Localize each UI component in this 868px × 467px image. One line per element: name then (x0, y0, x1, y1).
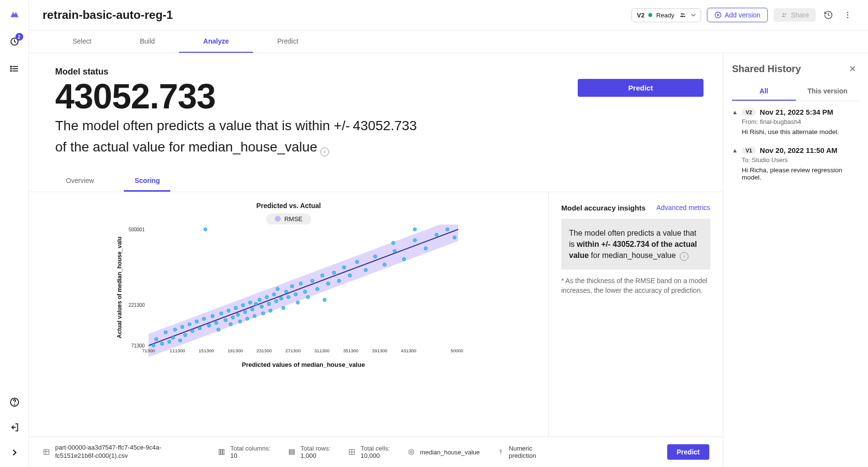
history-tab-this-version[interactable]: This version (796, 82, 860, 101)
predict-button[interactable]: Predict (578, 79, 703, 97)
svg-point-8 (14, 404, 15, 405)
version-label: V2 (637, 12, 644, 19)
history-title: Shared History (732, 63, 801, 75)
svg-marker-20 (149, 225, 458, 357)
logout-icon[interactable] (9, 422, 20, 433)
svg-point-96 (446, 227, 449, 231)
chart-legend[interactable]: RMSE (266, 213, 312, 225)
history-panel: Shared History All This version ▲ V2 Nov… (723, 53, 868, 467)
kebab-menu-icon[interactable] (841, 8, 854, 22)
svg-point-15 (782, 13, 784, 15)
svg-point-95 (434, 233, 438, 236)
svg-point-26 (167, 340, 171, 343)
svg-rect-120 (289, 450, 295, 451)
svg-point-11 (683, 14, 685, 15)
svg-point-65 (276, 287, 279, 290)
svg-text:Actual values of median_house_: Actual values of median_house_valu (116, 237, 123, 338)
history-tabs: All This version (732, 82, 859, 101)
svg-point-69 (286, 295, 290, 299)
target-icon (407, 448, 415, 456)
svg-point-72 (296, 301, 299, 304)
history-toggle-icon[interactable] (822, 8, 835, 22)
svg-text:71300: 71300 (142, 348, 154, 353)
chevron-up-icon[interactable]: ▲ (732, 108, 738, 136)
svg-text:221300: 221300 (128, 302, 145, 308)
svg-point-91 (402, 257, 405, 261)
close-history-icon[interactable] (846, 62, 859, 75)
version-chip[interactable]: V2 Ready (631, 8, 701, 22)
svg-point-50 (241, 303, 244, 307)
svg-text:111300: 111300 (169, 348, 185, 353)
svg-point-73 (299, 282, 302, 285)
rows-icon (288, 448, 296, 456)
svg-point-33 (191, 329, 194, 332)
share-button: Share (774, 8, 816, 22)
help-icon[interactable] (9, 396, 20, 408)
subtab-scoring[interactable]: Scoring (124, 172, 170, 192)
subtab-overview[interactable]: Overview (55, 172, 105, 192)
left-nav-rail: 2 (0, 0, 29, 467)
legend-color-icon (275, 216, 281, 222)
svg-rect-121 (289, 452, 295, 453)
svg-point-68 (284, 290, 288, 293)
tab-select[interactable]: Select (48, 30, 116, 53)
svg-point-38 (207, 324, 210, 327)
svg-point-40 (214, 321, 218, 324)
history-tab-all[interactable]: All (732, 82, 796, 101)
svg-point-49 (238, 319, 241, 323)
page-header: retrain-basic-auto-reg-1 V2 Ready Add ve… (29, 0, 868, 30)
info-icon[interactable]: i (680, 252, 688, 261)
expand-icon[interactable] (9, 447, 20, 458)
history-version-pill: V1 (742, 147, 756, 154)
svg-point-90 (393, 249, 396, 253)
svg-point-5 (10, 68, 11, 69)
info-icon[interactable]: i (320, 148, 329, 156)
list-icon[interactable] (9, 63, 20, 75)
svg-point-52 (245, 317, 249, 320)
chart-panel: Predicted vs. Actual RMSE 71300221300500… (29, 192, 549, 437)
svg-point-81 (332, 271, 335, 274)
svg-point-74 (303, 290, 307, 293)
svg-point-28 (173, 328, 177, 331)
svg-text:431300: 431300 (401, 348, 416, 353)
svg-point-18 (847, 15, 849, 16)
advanced-metrics-link[interactable]: Advanced metrics (657, 204, 710, 211)
svg-text:500001: 500001 (450, 348, 463, 353)
chevron-up-icon[interactable]: ▲ (732, 146, 738, 181)
svg-point-67 (282, 306, 285, 309)
add-version-button[interactable]: Add version (707, 8, 768, 22)
svg-point-66 (279, 297, 283, 300)
file-name: part-00000-aa3d7547-ffc7-45ce-9c4a-fc515… (55, 444, 200, 460)
svg-text:500001: 500001 (128, 227, 145, 232)
file-icon (43, 448, 50, 456)
svg-point-89 (391, 241, 395, 244)
tab-analyze[interactable]: Analyze (179, 30, 253, 53)
plus-circle-icon (714, 11, 722, 19)
history-version-pill: V2 (742, 108, 756, 116)
svg-point-23 (154, 337, 158, 341)
svg-point-70 (290, 285, 294, 288)
svg-point-62 (269, 309, 272, 312)
svg-point-27 (171, 336, 174, 339)
people-icon (678, 12, 687, 18)
svg-point-32 (188, 322, 191, 326)
svg-point-36 (202, 317, 206, 320)
activity-icon[interactable]: 2 (9, 36, 20, 47)
footer-predict-button[interactable]: Predict (667, 444, 709, 460)
svg-rect-119 (223, 450, 224, 455)
svg-point-44 (226, 309, 230, 312)
svg-point-92 (413, 238, 416, 241)
history-item[interactable]: ▲ V1 Nov 20, 2022 11:50 AM To: Studio Us… (732, 146, 859, 181)
svg-point-58 (260, 305, 263, 308)
status-dot-icon (648, 13, 652, 17)
svg-point-41 (216, 328, 220, 331)
svg-point-10 (681, 13, 683, 15)
tab-build[interactable]: Build (116, 30, 179, 53)
tab-predict[interactable]: Predict (253, 30, 323, 53)
history-message: Hi Rishi, use this alternate model. (742, 128, 859, 136)
logo-icon[interactable] (9, 9, 20, 20)
svg-point-84 (348, 273, 351, 277)
svg-text:231300: 231300 (256, 348, 272, 353)
svg-point-25 (164, 331, 167, 334)
history-item[interactable]: ▲ V2 Nov 21, 2022 5:34 PM From: final-bu… (732, 108, 859, 136)
